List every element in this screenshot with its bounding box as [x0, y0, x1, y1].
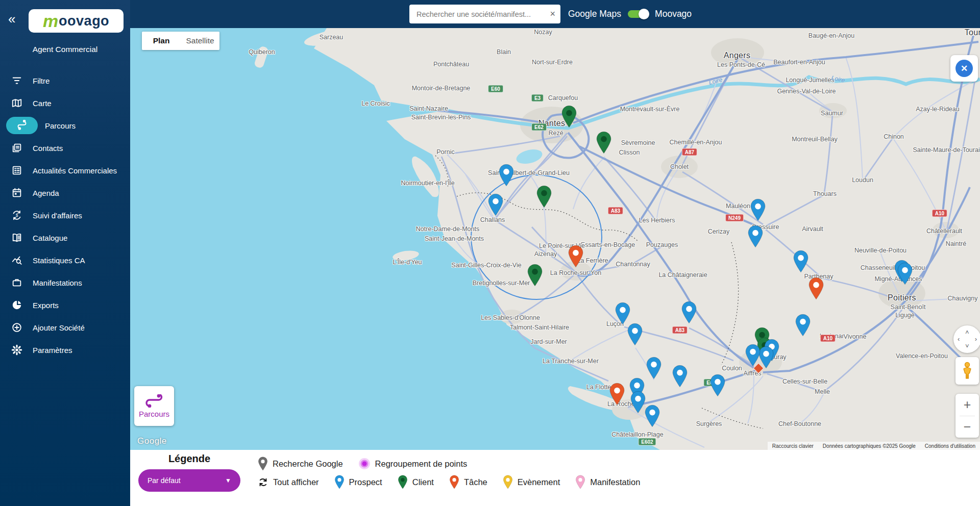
close-map-overlay-button[interactable]: ✕: [950, 55, 978, 82]
legend-item-recherche: Recherche Google: [258, 457, 343, 471]
pan-right-icon[interactable]: ›: [975, 336, 977, 342]
sidebar-item-contacts[interactable]: Contacts: [0, 137, 130, 159]
map-label: Coulon: [722, 365, 742, 372]
sidebar-item-statistiques[interactable]: Statistiques CA: [0, 249, 130, 271]
map-marker-prospect[interactable]: [793, 250, 809, 275]
street-view-pegman[interactable]: [955, 357, 979, 385]
sidebar-item-exports[interactable]: Exports: [0, 294, 130, 316]
logo-m: m: [43, 12, 58, 30]
map-label: Montoir-de-Bretagne: [412, 85, 471, 92]
pan-left-icon[interactable]: ‹: [958, 336, 960, 342]
map-label: Chauvigny: [947, 295, 977, 302]
map-marker-client[interactable]: [596, 131, 612, 156]
sidebar-item-suivi[interactable]: $Suivi d'affaires: [0, 204, 130, 226]
map-marker-prospect[interactable]: [644, 404, 660, 429]
search-input[interactable]: [416, 10, 547, 18]
map-label: Chef-Boutonne: [778, 420, 821, 427]
map-label: Naintré: [946, 240, 966, 247]
map-canvas[interactable]: NantesAngersPoitiersToursSarzeauQuiberon…: [130, 28, 980, 450]
pan-control[interactable]: ˄ ˅ ‹ ›: [953, 325, 980, 353]
road-shield: N249: [725, 214, 744, 222]
map-label: Saumur: [821, 110, 843, 117]
sidebar-item-parcours[interactable]: Parcours: [0, 114, 130, 137]
map-marker-tache[interactable]: [568, 245, 584, 270]
map-label: Airvault: [802, 225, 823, 233]
map-label: Saint-Brevin-les-Pins: [411, 114, 471, 121]
map-marker-prospect[interactable]: [747, 225, 764, 250]
sidebar-nav: FiltreCarteParcoursContactsActualités Co…: [0, 69, 130, 361]
map-marker-prospect[interactable]: [627, 323, 643, 348]
terms-link[interactable]: Conditions d'utilisation: [920, 443, 980, 449]
map-label: Cerizay: [708, 228, 729, 235]
road-shield: A87: [682, 148, 697, 156]
sidebar-item-catalogue[interactable]: Catalogue: [0, 226, 130, 249]
search-box: ×: [409, 5, 560, 23]
sidebar-item-ajouter[interactable]: Ajouter Société: [0, 316, 130, 339]
map-marker-prospect[interactable]: [795, 314, 811, 339]
manifestation-pin-icon: [575, 475, 585, 489]
moovago-logo[interactable]: m oovago: [29, 9, 124, 33]
sidebar-item-filtre[interactable]: Filtre: [0, 69, 130, 92]
map-marker-tache[interactable]: [609, 383, 625, 408]
map-label: Saint-Nazaire: [409, 105, 448, 112]
parcours-map-button[interactable]: Parcours: [134, 386, 174, 426]
map-base-layer: [130, 28, 980, 450]
map-marker-prospect[interactable]: [487, 193, 504, 218]
filter-icon: [10, 74, 23, 87]
map-label: Les Herbiers: [639, 217, 675, 224]
map-label: Aizenay: [534, 250, 557, 258]
map-style-switch[interactable]: [628, 10, 648, 18]
zoom-out-button[interactable]: −: [955, 416, 979, 438]
sidebar-item-manifestations[interactable]: Manifestations: [0, 271, 130, 294]
road-shield: A10: [932, 210, 947, 217]
sidebar-item-actualites[interactable]: Actualités Commerciales: [0, 159, 130, 182]
map-label: Notre-Dame-de-Monts: [416, 225, 479, 233]
legend-default-label: Par défaut: [148, 476, 181, 485]
cluster-icon: [358, 458, 371, 470]
sidebar-item-carte[interactable]: Carte: [0, 92, 130, 114]
map-label: Bretignolles-sur-Mer: [473, 280, 530, 287]
route-icon: [145, 394, 163, 408]
sidebar-item-label: Parcours: [45, 121, 76, 130]
zoom-in-button[interactable]: +: [955, 394, 979, 416]
pan-down-icon[interactable]: ˅: [965, 343, 969, 349]
map-marker-prospect[interactable]: [897, 262, 913, 287]
map-type-plan-button[interactable]: Plan: [142, 32, 181, 50]
sidebar-item-agenda[interactable]: Agenda: [0, 182, 130, 204]
map-marker-client[interactable]: [527, 264, 543, 289]
sidebar-item-label: Exports: [33, 301, 59, 310]
sidebar-item-parametres[interactable]: Paramètres: [0, 339, 130, 361]
map-label: Sèvremoine: [621, 139, 655, 146]
map-marker-prospect[interactable]: [750, 198, 766, 223]
prospect-pin-icon: [334, 475, 345, 489]
map-marker-prospect[interactable]: [498, 164, 514, 189]
collapse-sidebar-button[interactable]: «: [8, 12, 15, 26]
briefcase-icon: [10, 276, 23, 289]
calendar-icon: [10, 186, 23, 199]
legend-default-dropdown[interactable]: Par défaut ▼: [138, 469, 240, 492]
map-label: La Roche-sur-Yon: [550, 269, 601, 276]
pan-up-icon[interactable]: ˄: [965, 329, 969, 336]
map-label: Loudun: [852, 176, 873, 184]
map-marker-prospect[interactable]: [681, 301, 697, 326]
legend-item-label: Tâche: [464, 477, 487, 487]
legend-item-refresh[interactable]: Tout afficher: [258, 477, 319, 488]
sidebar-item-label: Paramètres: [33, 346, 72, 355]
map-marker-client[interactable]: [561, 105, 577, 130]
map-marker-prospect[interactable]: [709, 374, 726, 399]
map-marker-prospect[interactable]: [672, 365, 688, 390]
map-label: Montrevault-sur-Èvre: [620, 106, 680, 113]
map-label: Nozay: [534, 29, 552, 36]
map-marker-prospect[interactable]: [745, 344, 761, 369]
map-marker-tache[interactable]: [808, 277, 824, 302]
route-icon: [6, 117, 38, 134]
keyboard-shortcuts-link[interactable]: Raccourcis clavier: [768, 443, 818, 449]
clear-search-icon[interactable]: ×: [550, 9, 555, 19]
map-marker-client[interactable]: [536, 185, 552, 210]
map-label: Baugé-en-Anjou: [808, 32, 854, 39]
map-label: Montreuil-Bellay: [792, 136, 838, 143]
map-type-satellite-button[interactable]: Satellite: [181, 32, 219, 50]
map-marker-prospect[interactable]: [646, 357, 662, 382]
map-label: Le Croisic: [361, 100, 390, 107]
topbar: × Google Maps Moovago: [130, 0, 980, 28]
